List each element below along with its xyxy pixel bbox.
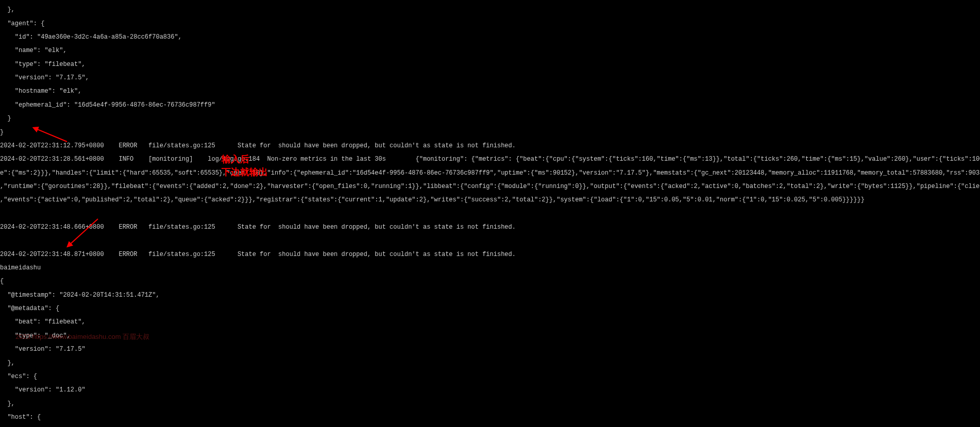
log-line: "id": "49ae360e-3d2c-4a6a-a85a-28cc6f70a…: [0, 34, 980, 41]
log-line: },: [0, 7, 980, 13]
log-line: "version": "7.17.5": [0, 346, 980, 353]
log-line: {: [0, 278, 980, 285]
log-line: [0, 211, 980, 217]
log-line: "ecs": {: [0, 373, 980, 380]
log-line: "version": "7.17.5",: [0, 75, 980, 81]
log-line: "@metadata": {: [0, 305, 980, 312]
log-line: 2024-02-20T22:31:48.666+0800 ERROR file/…: [0, 224, 980, 231]
log-line: 2024-02-20T22:31:28.561+0800 INFO [monit…: [0, 156, 980, 163]
log-line: },: [0, 401, 980, 407]
log-line: "hostname": "elk",: [0, 88, 980, 95]
log-line: e":{"ms":2}}},"handles":{"limit":{"hard"…: [0, 170, 980, 177]
log-line: "host": {: [0, 414, 980, 421]
log-line: "name": "elk",: [0, 47, 980, 54]
log-line: "@timestamp": "2024-02-20T14:31:51.471Z"…: [0, 292, 980, 299]
log-line: ,"runtime":{"goroutines":28}},"filebeat"…: [0, 183, 980, 190]
log-line: "type": "filebeat",: [0, 61, 980, 68]
log-line: }: [0, 115, 980, 122]
log-line: "ephemeral_id": "16d54e4f-9956-4876-86ec…: [0, 102, 980, 109]
log-line: "beat": "filebeat",: [0, 319, 980, 326]
terminal-output[interactable]: }, "agent": { "id": "49ae360e-3d2c-4a6a-…: [0, 0, 980, 427]
log-line: baimeidashu: [0, 265, 980, 271]
log-line: }: [0, 129, 980, 136]
log-line: [0, 237, 980, 244]
log-line: ,"events":{"active":0,"published":2,"tot…: [0, 197, 980, 203]
log-line: "type": "_doc",: [0, 333, 980, 339]
log-line: "version": "1.12.0": [0, 387, 980, 394]
log-line: 2024-02-20T22:31:48.871+0800 ERROR file/…: [0, 251, 980, 258]
log-line: 2024-02-20T22:31:12.795+0800 ERROR file/…: [0, 143, 980, 149]
log-line: },: [0, 360, 980, 367]
log-line: "agent": {: [0, 21, 980, 27]
